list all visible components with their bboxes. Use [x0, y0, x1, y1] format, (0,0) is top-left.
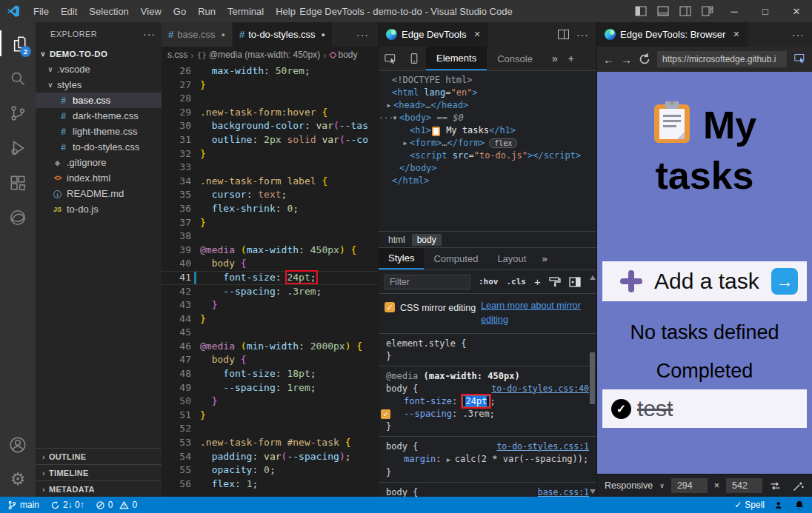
code-line-49[interactable]: 49 --spacing: 1rem;: [162, 381, 378, 395]
url-input[interactable]: https://microsoftedge.github.i: [657, 51, 787, 67]
breadcrumb[interactable]: s.css › {} @media (max-width: 450px) › b…: [162, 47, 378, 63]
rotate-icon[interactable]: [769, 480, 782, 492]
feedback-icon[interactable]: [774, 500, 785, 510]
sync-indicator[interactable]: 2↓ 0↑: [50, 500, 84, 510]
code-line-29[interactable]: 29.new-task-form:hover {: [162, 106, 378, 120]
dom-node-1[interactable]: <html lang="en">: [379, 87, 596, 99]
file-base.css[interactable]: #base.css: [36, 93, 162, 108]
pane-tab-layout[interactable]: Layout: [487, 248, 536, 269]
close-tab-icon[interactable]: ✕: [733, 30, 739, 39]
code-line-27[interactable]: 27}: [162, 78, 378, 93]
code-line-55[interactable]: 55 opacity: 0;: [162, 463, 378, 477]
source-control-icon[interactable]: [0, 95, 36, 130]
code-line-56[interactable]: 56 flex: 1;: [162, 477, 378, 492]
elements-tree[interactable]: <!DOCTYPE html><html lang="en">▶<head>…<…: [379, 71, 596, 231]
breadcrumb-rule[interactable]: @media (max-width: 450px): [209, 50, 320, 60]
back-icon[interactable]: ←: [603, 53, 614, 66]
code-line-50[interactable]: 50 }: [162, 395, 378, 409]
search-icon[interactable]: [0, 61, 36, 95]
styles-scrollbar[interactable]: [588, 272, 596, 497]
more-tools-icon[interactable]: »: [552, 53, 558, 64]
menu-file[interactable]: File: [27, 6, 55, 17]
class-button[interactable]: .cls: [507, 277, 527, 286]
pane-tab-styles[interactable]: Styles: [379, 248, 424, 269]
file-styles[interactable]: ∨styles: [36, 77, 162, 93]
code-line-32[interactable]: 32}: [162, 147, 378, 161]
menu-run[interactable]: Run: [192, 6, 222, 17]
file-to-do.js[interactable]: JSto-do.js: [36, 201, 162, 217]
dom-node-3[interactable]: ···▼<body> == $0: [379, 112, 596, 124]
stylesheet-link[interactable]: to-do-styles.css:40: [491, 383, 589, 395]
flex-badge[interactable]: flex: [489, 138, 517, 148]
dom-node-7[interactable]: </body>: [379, 162, 596, 175]
spell-indicator[interactable]: ✓ Spell: [734, 500, 765, 510]
code-line-36[interactable]: 36 flex-shrink: 0;: [162, 202, 378, 216]
menu-help[interactable]: Help: [270, 6, 302, 17]
expand-arrow-icon[interactable]: ▼: [390, 112, 399, 124]
styles-filter-input[interactable]: Filter: [385, 275, 470, 289]
css-declaration[interactable]: ✓--spacing: .3rem;: [386, 408, 589, 420]
edge-devtools-activity-icon[interactable]: [0, 200, 36, 235]
toggle-sidebar-icon[interactable]: [635, 5, 647, 17]
notifications-bell-icon[interactable]: [794, 500, 805, 510]
editor-more-actions-icon[interactable]: ···: [347, 29, 378, 41]
code-line-46[interactable]: 46@media (min-width: 2000px) {: [162, 340, 378, 354]
forward-icon[interactable]: →: [621, 53, 632, 66]
tool-tab-console[interactable]: Console: [487, 47, 543, 70]
collapse-arrow-icon[interactable]: ▶: [385, 99, 393, 112]
dom-crumb-html[interactable]: html: [383, 234, 410, 246]
dom-node-2[interactable]: ▶<head>…</head>: [379, 99, 596, 112]
code-editor[interactable]: 26 max-width: 50rem;27}2829.new-task-for…: [162, 63, 378, 497]
customize-layout-icon[interactable]: [702, 5, 713, 17]
paint-icon[interactable]: [549, 277, 561, 287]
branch-indicator[interactable]: main: [7, 500, 39, 510]
css-declaration[interactable]: margin: ▶ calc(2 * var(--spacing));: [386, 453, 589, 466]
dom-node-0[interactable]: <!DOCTYPE html>: [379, 74, 596, 87]
menu-edit[interactable]: Edit: [55, 6, 83, 17]
menu-view[interactable]: View: [135, 6, 167, 17]
toggle-panel-icon[interactable]: [657, 5, 669, 17]
code-line-51[interactable]: 51}: [162, 409, 378, 423]
stylesheet-link[interactable]: to-do-styles.css:1: [496, 440, 589, 453]
tab-edge-devtools-browser[interactable]: Edge DevTools: Browser ✕: [597, 22, 748, 47]
editor-tab-to-do-styles.css[interactable]: #to-do-styles.css●: [233, 22, 333, 47]
code-line-44[interactable]: 44}: [162, 312, 378, 326]
code-line-53[interactable]: 53.new-task-form #new-task {: [162, 436, 378, 450]
device-emulation-icon[interactable]: [402, 47, 426, 70]
editor-tab-base.css[interactable]: #base.css●: [162, 22, 233, 47]
settings-gear-icon[interactable]: ⚙: [0, 462, 36, 497]
code-line-52[interactable]: 52: [162, 422, 378, 436]
code-line-31[interactable]: 31 outline: 2px solid var(--co: [162, 133, 378, 147]
tab-edge-devtools[interactable]: Edge DevTools ✕: [379, 22, 488, 47]
scroll-down-arrow-icon[interactable]: [590, 489, 596, 494]
inspect-icon[interactable]: [379, 47, 402, 70]
code-line-26[interactable]: 26 max-width: 50rem;: [162, 64, 378, 78]
split-editor-icon[interactable]: [558, 30, 569, 39]
code-line-34[interactable]: 34.new-task-form label {: [162, 175, 378, 189]
new-tool-tab-icon[interactable]: +: [568, 53, 574, 64]
magic-wand-icon[interactable]: [792, 480, 805, 492]
close-button[interactable]: ✕: [781, 0, 812, 22]
collapse-arrow-icon[interactable]: ▶: [401, 137, 410, 150]
file-index.html[interactable]: <>index.html: [36, 170, 162, 186]
file-dark-theme.css[interactable]: #dark-theme.css: [36, 108, 162, 124]
new-style-rule-icon[interactable]: +: [534, 275, 541, 288]
section-metadata[interactable]: ›METADATA: [36, 480, 162, 497]
code-line-42[interactable]: 42 --spacing: .3rem;: [162, 285, 378, 299]
browser-more-actions-icon[interactable]: ···: [792, 29, 805, 41]
section-timeline[interactable]: ›TIMELINE: [36, 464, 162, 480]
device-mode-select[interactable]: Responsive: [605, 480, 653, 491]
breadcrumb-symbol[interactable]: body: [339, 50, 358, 60]
css-mirror-checkbox[interactable]: ✓: [385, 302, 395, 312]
section-outline[interactable]: ›OUTLINE: [36, 448, 162, 464]
device-width-input[interactable]: 294: [671, 478, 708, 493]
close-tab-icon[interactable]: ✕: [473, 30, 480, 39]
style-rules-list[interactable]: element.style {}@media (max-width: 450px…: [379, 334, 596, 497]
explorer-more-actions-icon[interactable]: ···: [143, 28, 156, 40]
add-task-form[interactable]: Add a task →: [602, 261, 807, 301]
accounts-icon[interactable]: [0, 427, 36, 462]
code-line-38[interactable]: 38: [162, 229, 378, 244]
pane-tab-computed[interactable]: Computed: [424, 248, 487, 269]
file-to-do-styles.css[interactable]: #to-do-styles.css: [36, 139, 162, 155]
dom-node-5[interactable]: ▶<form>…</form>flex: [379, 137, 596, 150]
